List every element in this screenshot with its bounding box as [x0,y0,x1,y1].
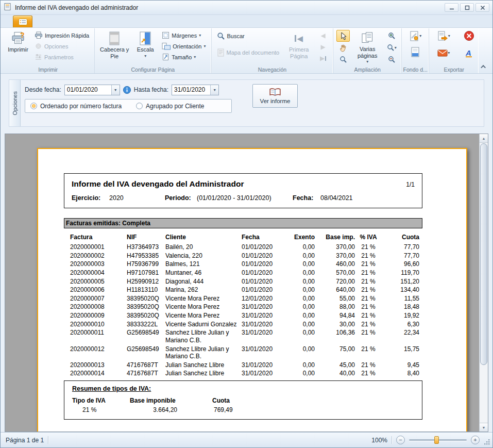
zoom-slider-thumb[interactable] [434,436,439,444]
acercar-button[interactable] [385,30,398,42]
ribbon-group-exportar: ▾ ▾ A Exportar [429,28,479,73]
alejar-button[interactable] [385,54,398,65]
chevron-down-icon: ▾ [395,46,397,50]
options-gear-icon [35,42,42,50]
maximize-button[interactable] [460,3,474,12]
table-row: 202000001347167687TJulian Sanchez Llibre… [69,361,420,370]
varias-paginas-button[interactable]: Varias páginas ▾ [351,30,384,64]
ver-informe-button[interactable]: Ver informe [252,84,298,108]
zoom-out-icon [388,56,396,63]
chevron-up-icon [481,64,486,70]
mano-button[interactable] [336,42,350,54]
table-row: 2020000001H37364973Bailén, 2001/01/20200… [69,243,420,252]
file-menu-icon [19,19,27,25]
minimize-button[interactable] [445,3,458,12]
options-panel: Opciones Desde fecha: ▼ Hasta fecha: [9,79,484,127]
impresion-rapida-button[interactable]: Impresión Rápida [32,30,91,41]
zoom-percentage: 100% [371,437,387,444]
window-title: Informe del IVA devengado del administra… [15,4,441,11]
scroll-up-button[interactable]: ▲ [480,134,488,143]
ejercicio-label: Ejercicio: [72,194,109,202]
exportar-documento-button[interactable]: ▾ [432,30,455,42]
buscar-label: Buscar [227,33,245,39]
group-label-exportar: Exportar [429,67,479,73]
escala-button[interactable]: Escala ▾ [132,30,159,58]
zoom-in-button[interactable]: + [471,436,480,444]
close-preview-icon [464,30,474,41]
ultima-pagina-button[interactable]: ▶ [316,53,330,64]
options-tab-label: Opciones [12,91,18,115]
close-button[interactable] [475,3,489,12]
radio-ordenado-por-factura[interactable] [30,103,37,109]
last-page-icon: ▶ [320,55,325,61]
previous-page-icon: ◀ [321,32,326,39]
pagina-siguiente-button[interactable]: ▶ [316,41,330,53]
margenes-button[interactable]: Márgenes ▾ [160,30,208,41]
table-row: 2020000003H75936799Balmes, 12101/01/2020… [69,260,420,269]
radio-agrupado-por-cliente[interactable] [136,103,143,109]
buscar-button[interactable]: Buscar [215,30,282,42]
col-nif: NIF [126,233,164,243]
zoom-out-button[interactable]: − [396,436,405,444]
hasta-fecha-dropdown-button[interactable]: ▼ [210,85,218,95]
vertical-scrollbar[interactable]: ▲ ▼ [479,134,488,432]
radio-agrupado-label: Agrupado por Cliente [146,103,204,110]
ver-informe-label: Ver informe [260,98,291,104]
chevron-down-icon: ▾ [366,60,368,64]
letter-a-button[interactable]: A [462,47,475,59]
preview-area[interactable]: Informe del IVA devengado del Administra… [5,134,488,432]
table-row: 2020000012G25698549Sanchez Llibre Julian… [69,345,420,361]
col-iva: % IVA [356,233,381,243]
primera-pagina-button[interactable]: ◀ Primera Página [282,30,315,59]
marca-de-agua-button[interactable] [405,46,426,58]
zoom-dropdown-button[interactable]: ▾ [385,42,398,54]
cerrar-vista-previa-button[interactable] [462,30,475,42]
resize-grip[interactable] [484,439,490,447]
header-footer-icon [108,31,121,45]
document-map-icon [217,48,225,57]
tamano-button[interactable]: Tamaño ▾ [160,52,208,62]
radio-ordenado-label: Ordenado por número factura [40,103,122,110]
group-label-ampliacion: Ampliación [333,67,401,73]
zoom-in-icon [388,32,396,40]
scrollbar-thumb[interactable] [480,143,487,365]
desde-fecha-combobox: ▼ [64,85,120,95]
zoom-slider[interactable] [409,436,467,444]
periodo-value: (01/01/2020 - 31/01/2020) [197,194,293,202]
svg-text:?: ? [20,31,25,39]
page-size-icon [162,53,169,61]
parametros-button[interactable]: Parámetros [32,52,91,62]
hasta-fecha-label: Hasta fecha: [134,86,168,93]
collapse-ribbon-button[interactable] [479,63,488,70]
summary-tipo-value: 21 % [72,406,130,413]
opciones-button[interactable]: Opciones [32,41,91,52]
report-title: Informe del IVA devengado del Administra… [72,179,244,189]
imprimir-button[interactable]: ? Imprimir [5,30,31,53]
hand-icon [339,44,347,52]
table-row: 202000001038333222LVicente Sadurni Gonza… [69,320,420,329]
lupa-button[interactable] [336,54,350,65]
cabecera-y-pie-button[interactable]: Cabecera y Pie [98,30,131,59]
orientacion-button[interactable]: Orientación ▾ [160,41,208,52]
page-color-icon [409,31,419,41]
cabecera-y-pie-label: Cabecera y Pie [99,46,129,59]
ribbon-group-fondo: ▾ Fondo d... [401,28,429,73]
color-fondo-button[interactable]: ▾ [405,30,426,42]
desde-fecha-dropdown-button[interactable]: ▼ [111,85,120,95]
enviar-documento-button[interactable]: ▾ [432,47,455,59]
options-side-tab[interactable]: Opciones [9,80,21,126]
table-row: 2020000004H97107981Muntaner, 4601/01/202… [69,269,420,277]
pagina-anterior-button[interactable]: ◀ [316,30,330,41]
minus-icon: − [399,437,402,443]
orientation-icon [162,42,171,50]
hasta-fecha-input[interactable] [172,85,210,95]
puntero-button[interactable] [336,30,350,42]
group-label-fondo: Fondo d... [402,67,429,73]
file-menu-tab[interactable] [13,15,32,27]
desde-fecha-input[interactable] [65,85,111,95]
ribbon-group-imprimir: ? Imprimir Impresión Rápida Opciones Par… [2,28,94,73]
table-row: 202000001447167687TJulian Sanchez Llibre… [69,369,420,378]
scroll-down-button[interactable]: ▼ [480,423,488,432]
mapa-documento-button[interactable]: Mapa del documento [215,46,282,59]
ribbon-group-configurar-pagina: Cabecera y Pie Escala ▾ Márgenes ▾ Orien… [94,28,211,73]
